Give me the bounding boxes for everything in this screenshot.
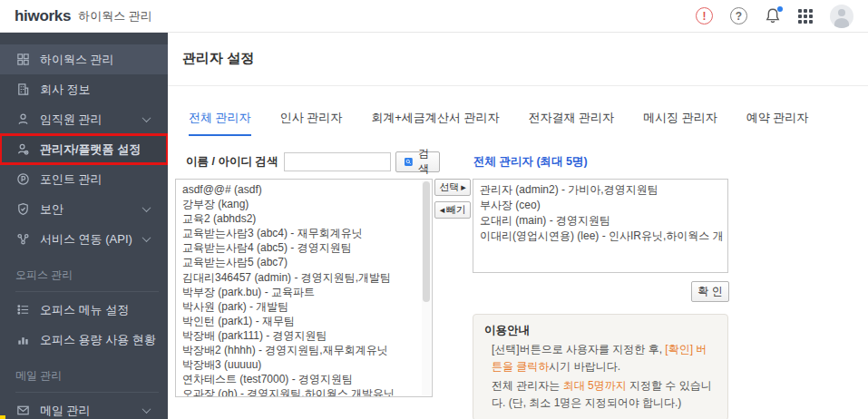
sidebar-item-office-usage[interactable]: 오피스 용량 사용 현황 xyxy=(0,325,168,355)
sidebar-item-service-api[interactable]: 서비스 연동 (API) xyxy=(0,224,168,254)
list-item[interactable]: 박부장 (park.bu) - 교육파트 xyxy=(182,285,419,299)
sidebar-item-mail-mgmt[interactable]: 메일 관리 xyxy=(0,395,168,419)
top-header: hiworks 하이웍스 관리 ! ? xyxy=(0,0,868,33)
dashboard-grid-icon xyxy=(15,53,30,67)
chevron-down-icon xyxy=(142,233,151,242)
list-item[interactable]: 박장배2 (hhhh) - 경영지원팀,재무회계유닛 xyxy=(182,343,419,357)
tab-approval-admins[interactable]: 전자결재 관리자 xyxy=(528,110,614,136)
sidebar-item-hiworks-admin[interactable]: 하이웍스 관리 xyxy=(0,44,168,74)
mail-icon xyxy=(15,404,30,418)
selected-item[interactable]: 오대리 (main) - 경영지원팀 xyxy=(480,213,724,229)
apps-grid-icon[interactable] xyxy=(798,9,813,24)
sidebar-item-label: 메일 관리 xyxy=(40,403,91,419)
tab-reservation-admins[interactable]: 예약 관리자 xyxy=(746,110,809,136)
scrollbar-track[interactable] xyxy=(422,180,431,395)
selected-item[interactable]: 관리자 (admin2) - 가비아,경영지원팀 xyxy=(480,182,724,198)
sidebar-item-label: 임직원 관리 xyxy=(40,112,102,128)
guide-highlight: 최대 5명까지 xyxy=(563,379,627,392)
remove-button[interactable]: ◂ 빼기 xyxy=(434,201,471,219)
sidebar-item-employee-mgmt[interactable]: 임직원 관리 xyxy=(0,104,168,134)
list-item[interactable]: 연차테스트 (test7000) - 경영지원팀 xyxy=(182,372,419,386)
bar-chart-icon xyxy=(15,333,30,347)
tab-hr-admins[interactable]: 인사 관리자 xyxy=(280,110,343,136)
tab-messaging-admins[interactable]: 메시징 관리자 xyxy=(643,110,717,136)
select-button[interactable]: 선택 ▸ xyxy=(434,179,471,196)
list-item[interactable]: 교육받는사람4 (abc5) - 경영지원팀 xyxy=(182,240,419,255)
selected-admins-title: 전체 관리자 (최대 5명) xyxy=(473,154,588,170)
guide-title: 이용안내 xyxy=(484,323,717,338)
guide-paragraph-2: 전체 관리자는 최대 5명까지 지정할 수 있습니다. (단, 최소 1명은 지… xyxy=(492,377,717,411)
sidebar-item-label: 회사 정보 xyxy=(40,82,91,98)
member-listbox[interactable]: asdf@@# (asdf) 강부장 (kang) 교육2 (abhds2) 교… xyxy=(175,179,433,397)
list-item[interactable]: 교육2 (abhds2) xyxy=(182,211,419,226)
notification-dot xyxy=(777,6,783,12)
page-title: 관리자 설정 xyxy=(168,33,868,67)
search-label: 이름 / 아이디 검색 xyxy=(186,154,278,170)
list-icon xyxy=(15,303,30,317)
search-button-label: 검색 xyxy=(416,146,431,177)
list-item[interactable]: asdf@@# (asdf) xyxy=(182,182,419,197)
sidebar-item-label: 오피스 메뉴 설정 xyxy=(40,302,129,318)
sidebar-item-label: 오피스 용량 사용 현황 xyxy=(40,332,156,348)
sidebar-section-mail: 메일 관리 xyxy=(15,368,159,393)
list-item[interactable]: 박인턴 (park1) - 재무팀 xyxy=(182,314,419,328)
hiworks-logo: hiworks xyxy=(15,7,71,25)
user-avatar[interactable] xyxy=(830,5,853,28)
list-item[interactable]: 교육받는사람3 (abc4) - 재무회계유닛 xyxy=(182,226,419,240)
list-item[interactable]: 강부장 (kang) xyxy=(182,197,419,211)
help-icon[interactable]: ? xyxy=(730,7,747,24)
sidebar-item-admin-platform-settings[interactable]: 관리자/플랫폼 설정 xyxy=(0,134,168,164)
sidebar-item-label: 포인트 관리 xyxy=(40,171,102,188)
sidebar-item-label: 보안 xyxy=(40,201,63,218)
list-item[interactable]: 오과장 (oh) - 경영지원팀,하이웍스 개발유닛 xyxy=(182,386,419,397)
sidebar-item-label: 관리자/플랫폼 설정 xyxy=(40,141,141,158)
tab-all-admins[interactable]: 전체 관리자 xyxy=(189,110,251,136)
person-icon xyxy=(15,112,30,127)
selected-item[interactable]: 부사장 (ceo) xyxy=(480,198,724,213)
scrollbar-thumb[interactable] xyxy=(423,181,430,302)
shield-check-icon xyxy=(15,202,30,217)
api-link-icon xyxy=(15,232,30,247)
list-item[interactable]: 김대리346457 (admin) - 경영지원팀,개발팀 xyxy=(182,270,419,285)
sidebar-item-company-info[interactable]: 회사 정보 xyxy=(0,74,168,104)
sidebar-item-point-mgmt[interactable]: 포인트 관리 xyxy=(0,164,168,194)
alert-icon[interactable]: ! xyxy=(696,7,713,24)
guide-paragraph-1: [선택]버튼으로 사용자를 지정한 후, [확인] 버튼을 클릭하시기 바랍니다… xyxy=(492,341,717,375)
list-item[interactable]: 박장배3 (uuuuu) xyxy=(182,357,419,372)
sidebar-section-office: 오피스 관리 xyxy=(15,268,159,292)
person-gear-icon xyxy=(15,142,30,157)
sidebar-item-label: 하이웍스 관리 xyxy=(40,52,114,68)
search-icon xyxy=(405,156,413,168)
list-item[interactable]: 박장배 (park111) - 경영지원팀 xyxy=(182,328,419,343)
list-item[interactable]: 교육받는사람5 (abc7) xyxy=(182,255,419,269)
sidebar-item-office-menu-settings[interactable]: 오피스 메뉴 설정 xyxy=(0,295,168,325)
search-input[interactable] xyxy=(284,152,391,171)
sidebar-item-security[interactable]: 보안 xyxy=(0,194,168,224)
list-item[interactable]: 박사원 (park) - 개발팀 xyxy=(182,299,419,314)
sidebar: 하이웍스 관리 회사 정보 임직원 관리 관리자/플랫폼 설정 xyxy=(0,33,168,419)
chevron-down-icon xyxy=(142,203,151,212)
building-icon xyxy=(15,83,30,97)
confirm-button[interactable]: 확 인 xyxy=(691,281,729,302)
sidebar-item-label: 서비스 연동 (API) xyxy=(40,231,132,248)
admin-tabs: 전체 관리자 인사 관리자 회계+세금계산서 관리자 전자결재 관리자 메시징 … xyxy=(168,86,868,136)
app-subtitle: 하이웍스 관리 xyxy=(78,8,152,24)
chevron-down-icon xyxy=(142,404,151,414)
tab-accounting-admins[interactable]: 회계+세금계산서 관리자 xyxy=(371,110,499,136)
point-circle-icon xyxy=(15,172,30,187)
selected-item[interactable]: 이대리(영업시연용) (lee) - 인사IR유닛,하이웍스 개발유 xyxy=(480,229,724,244)
usage-guide-box: 이용안내 [선택]버튼으로 사용자를 지정한 후, [확인] 버튼을 클릭하시기… xyxy=(473,314,728,419)
capture-artifact xyxy=(0,415,5,419)
selected-admins-listbox[interactable]: 관리자 (admin2) - 가비아,경영지원팀 부사장 (ceo) 오대리 (… xyxy=(473,179,728,273)
main-content: 관리자 설정 전체 관리자 인사 관리자 회계+세금계산서 관리자 전자결재 관… xyxy=(168,33,868,419)
chevron-down-icon xyxy=(142,113,151,122)
notification-bell-icon[interactable] xyxy=(765,7,781,24)
